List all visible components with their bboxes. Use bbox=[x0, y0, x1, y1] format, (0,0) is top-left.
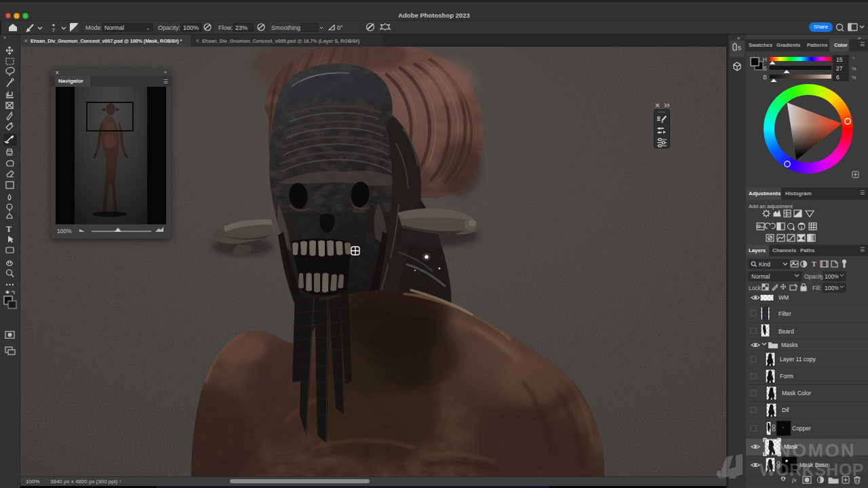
svg-text:27: 27 bbox=[836, 65, 843, 72]
svg-text:fx: fx bbox=[792, 476, 797, 483]
svg-text:100%: 100% bbox=[825, 273, 840, 280]
svg-text:Copper: Copper bbox=[792, 425, 811, 432]
svg-text:6: 6 bbox=[836, 74, 840, 81]
svg-text:Filter: Filter bbox=[778, 310, 791, 317]
svg-text:Opacity:: Opacity: bbox=[804, 273, 825, 280]
svg-text:100%: 100% bbox=[825, 285, 840, 291]
svg-text:T: T bbox=[812, 260, 816, 268]
svg-text:B: B bbox=[763, 74, 767, 81]
svg-text:Kind: Kind bbox=[759, 261, 770, 268]
svg-text:Fill:: Fill: bbox=[812, 285, 821, 291]
svg-text:Form: Form bbox=[780, 373, 793, 380]
svg-text:Lock:: Lock: bbox=[749, 285, 762, 291]
svg-text:H: H bbox=[763, 56, 767, 63]
svg-text:°: ° bbox=[852, 57, 854, 62]
svg-text:Mask Color: Mask Color bbox=[782, 390, 811, 396]
svg-text:T: T bbox=[6, 224, 12, 234]
svg-text:Mask: Mask bbox=[784, 443, 798, 450]
svg-text:7: 7 bbox=[52, 28, 55, 33]
svg-text:Beard: Beard bbox=[778, 328, 794, 335]
svg-text:5: 5 bbox=[738, 45, 741, 52]
svg-text:Layer 11 copy: Layer 11 copy bbox=[780, 356, 816, 363]
svg-text:Masks: Masks bbox=[781, 342, 798, 348]
svg-text:Normal: Normal bbox=[751, 273, 770, 280]
svg-text:%: % bbox=[852, 66, 856, 72]
svg-text:15: 15 bbox=[836, 56, 843, 63]
svg-text:Mask Base: Mask Base bbox=[800, 462, 828, 468]
svg-text:WM: WM bbox=[778, 295, 789, 301]
svg-text:%: % bbox=[852, 75, 856, 81]
svg-text:Dif: Dif bbox=[782, 407, 789, 413]
svg-text:S: S bbox=[763, 65, 767, 72]
